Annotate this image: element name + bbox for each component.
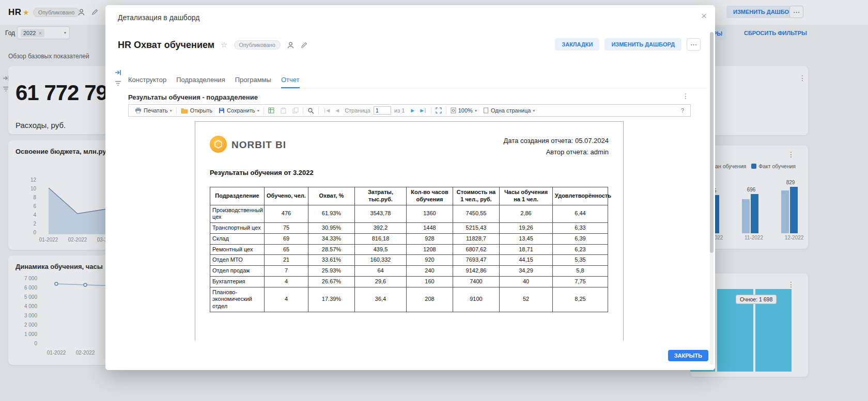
tab-departments[interactable]: Подразделения — [176, 72, 225, 88]
table-cell: 1360 — [407, 205, 453, 223]
table-cell: 65 — [265, 244, 308, 255]
table-cell: 33.61% — [308, 255, 355, 266]
collapse-panel-icon[interactable] — [115, 69, 121, 76]
tab-report[interactable]: Отчет — [281, 72, 300, 88]
close-modal-button[interactable]: ЗАКРЫТЬ — [668, 350, 708, 361]
filter-funnel-icon[interactable] — [115, 81, 121, 86]
table-cell: 29,6 — [355, 276, 407, 287]
drill-down-modal: Детализация в дашборд × HR Охват обучени… — [105, 5, 715, 370]
table-cell: 34,29 — [500, 266, 553, 277]
column-header: Стоимость на 1 чел., руб. — [453, 187, 500, 205]
table-cell: 28.57% — [308, 244, 355, 255]
table-row: Планово-экономический отдел417.39%36,420… — [210, 287, 608, 312]
table-cell: 920 — [407, 255, 453, 266]
table-cell: 4 — [265, 287, 308, 312]
report-table-header-row: ПодразделениеОбучено, чел.Охват, %Затрат… — [210, 187, 608, 205]
zoom-value: 100% — [458, 107, 473, 114]
table-cell: 208 — [407, 287, 453, 312]
save-label: Сохранить — [227, 107, 255, 114]
save-icon — [219, 107, 225, 114]
column-header: Обучено, чел. — [265, 187, 308, 205]
table-row: Бухгалтерия426.67%29,61607400407,75 — [210, 276, 608, 287]
report-author: Автор отчета: admin — [503, 147, 609, 158]
zoom-button[interactable]: 100% ▾ — [447, 107, 480, 114]
copy-button[interactable] — [289, 107, 302, 114]
table-cell: Транспортный цех — [210, 223, 265, 234]
favorite-star-icon[interactable]: ☆ — [221, 40, 227, 50]
search-icon — [307, 107, 314, 114]
dashboard-actions: ЗАКЛАДКИ ИЗМЕНИТЬ ДАШБОРД ⋯ — [555, 38, 701, 51]
page-label: Страница — [342, 107, 374, 114]
page-total: из 1 — [391, 107, 408, 114]
table-cell: 13,45 — [500, 233, 553, 244]
table-cell: 30.95% — [308, 223, 355, 234]
table-cell: 240 — [407, 266, 453, 277]
table-cell: Отдел продаж — [210, 266, 265, 277]
tab-programs[interactable]: Программы — [235, 72, 271, 88]
more-options-button[interactable]: ⋯ — [687, 38, 701, 51]
next-page-button[interactable]: ▶ — [408, 108, 417, 113]
table-cell: 69 — [265, 233, 308, 244]
save-button[interactable]: Сохранить ▾ — [215, 107, 262, 114]
edit-pencil-icon[interactable] — [301, 42, 307, 49]
view-mode-button[interactable]: Одна страница ▾ — [480, 107, 538, 114]
column-header: Охват, % — [308, 187, 355, 205]
toolbar-divider — [431, 107, 431, 115]
published-badge: Опубликовано — [234, 40, 281, 50]
dashboard-title: HR Охват обучением — [118, 40, 214, 51]
table-row: Отдел МТО2133.61%160,3329207693,4744,155… — [210, 255, 608, 266]
table-cell: Производственный цех — [210, 205, 265, 223]
scrollbar-thumb[interactable] — [710, 32, 714, 253]
bookmarks-button[interactable]: ЗАКЛАДКИ — [555, 38, 599, 51]
print-button[interactable]: Печатать ▾ — [132, 107, 175, 114]
table-cell: 44,15 — [500, 255, 553, 266]
zoom-doc-icon — [451, 107, 456, 114]
table-cell: 7693,47 — [453, 255, 500, 266]
column-header: Подразделение — [210, 187, 265, 205]
printer-icon — [135, 107, 142, 114]
toolbar-divider — [303, 107, 303, 115]
table-row: Транспортный цех7530.95%392,214485215,43… — [210, 223, 608, 234]
tab-constructor[interactable]: Конструктор — [128, 72, 166, 88]
report-design-button[interactable] — [265, 107, 277, 114]
clipboard-button[interactable] — [277, 107, 289, 114]
table-cell: 9100 — [453, 287, 500, 312]
table-cell: 2,86 — [500, 205, 553, 223]
section-menu-kebab-icon[interactable]: ⋮ — [682, 92, 689, 100]
close-icon[interactable]: × — [701, 10, 707, 22]
norbit-logo-icon — [210, 136, 227, 153]
first-page-button[interactable]: ❘◀ — [320, 108, 332, 113]
table-cell: 25.93% — [308, 266, 355, 277]
table-cell: 5,8 — [553, 266, 608, 277]
table-row: Ремонтный цех6528.57%439,512086807,6218,… — [210, 244, 608, 255]
table-cell: 6,23 — [553, 244, 608, 255]
prev-page-button[interactable]: ◀ — [332, 108, 342, 113]
table-cell: 5215,43 — [453, 223, 500, 234]
help-button[interactable]: ? — [678, 107, 687, 114]
open-button[interactable]: Открыть — [178, 107, 215, 114]
search-button[interactable] — [304, 107, 317, 114]
table-cell: 26.67% — [308, 276, 355, 287]
table-cell: Бухгалтерия — [210, 276, 265, 287]
chevron-down-icon: ▾ — [475, 108, 477, 113]
design-grid-icon — [268, 107, 274, 114]
table-cell: 7,75 — [553, 276, 608, 287]
table-cell: Ремонтный цех — [210, 244, 265, 255]
table-cell: 40 — [500, 276, 553, 287]
edit-dashboard-button[interactable]: ИЗМЕНИТЬ ДАШБОРД — [605, 38, 681, 51]
section-title: Результаты обучения - подразделение — [128, 93, 258, 101]
fullscreen-button[interactable] — [432, 107, 445, 114]
table-cell: 3543,78 — [355, 205, 407, 223]
access-person-icon[interactable] — [287, 41, 295, 49]
page-number-input[interactable] — [374, 106, 391, 115]
dashboard-title-row: HR Охват обучением ☆ Опубликовано — [118, 37, 307, 53]
report-table-body: Производственный цех47661.93%3543,781360… — [210, 205, 608, 312]
table-row: Отдел продаж725.93%642409142,8634,295,8 — [210, 266, 608, 277]
last-page-button[interactable]: ▶❘ — [417, 108, 429, 113]
table-cell: 18,71 — [500, 244, 553, 255]
table-cell: 75 — [265, 223, 308, 234]
table-cell: Планово-экономический отдел — [210, 287, 265, 312]
table-cell: 17.39% — [308, 287, 355, 312]
toolbar-divider — [176, 107, 177, 115]
table-cell: 6807,62 — [453, 244, 500, 255]
